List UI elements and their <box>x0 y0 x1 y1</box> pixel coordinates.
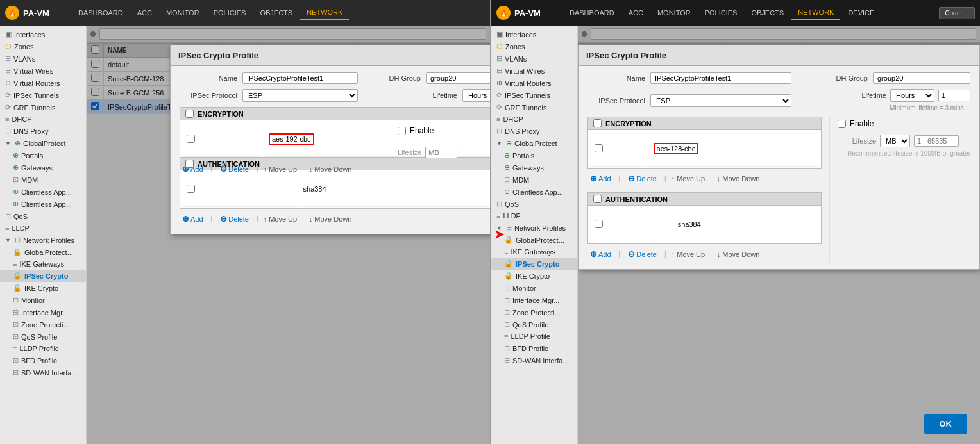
sidebar-gretunnels-right[interactable]: ⟳ GRE Tunnels <box>491 101 577 113</box>
sidebar-ikecrypto-right[interactable]: 🔒 IKE Crypto <box>491 270 577 282</box>
sidebar-ipseccrypto-left[interactable]: 🔒 IPSec Crypto <box>0 270 86 282</box>
sidebar-ikegateways-left[interactable]: ≡ IKE Gateways <box>0 258 86 270</box>
protocol-select-left[interactable]: ESP AH <box>242 89 358 102</box>
nav-dashboard-right[interactable]: DASHBOARD <box>563 6 621 19</box>
enc-movedown-left[interactable]: ↓ Move Down <box>309 165 352 173</box>
sidebar-portals-left[interactable]: ⊕ Portals <box>0 149 86 161</box>
sidebar-dnsproxy-left[interactable]: ⊡ DNS Proxy <box>0 125 86 137</box>
sidebar-dhcp-right[interactable]: ≡ DHCP <box>491 113 577 125</box>
sidebar-virtualwires-right[interactable]: ⊟ Virtual Wires <box>491 65 577 77</box>
sidebar-gateways-right[interactable]: ⊕ Gateways <box>491 161 577 174</box>
sidebar-bfdprofile-right[interactable]: ⊡ BFD Profile <box>491 342 577 354</box>
nav-objects-right[interactable]: OBJECTS <box>745 6 790 19</box>
nav-network-right[interactable]: NETWORK <box>791 6 840 20</box>
nav-objects-left[interactable]: OBJECTS <box>253 6 299 19</box>
sidebar-gretunnels-left[interactable]: ⟳ GRE Tunnels <box>0 101 86 113</box>
enc-row-right[interactable]: aes-128-cbc <box>589 131 820 167</box>
enc-add-right[interactable]: ⊕ Add <box>587 172 614 185</box>
sidebar-netprofiles-right[interactable]: ▼ ⊟ Network Profiles <box>491 222 577 234</box>
sidebar-clientless1-left[interactable]: ⊕ Clientless App... <box>0 186 86 198</box>
auth-checkbox-right[interactable] <box>593 195 602 203</box>
auth-moveup-right[interactable]: ↑ Move Up <box>672 251 705 258</box>
nav-acc-left[interactable]: ACC <box>131 6 158 19</box>
protocol-select-right[interactable]: ESP AH <box>650 94 791 107</box>
sidebar-lldp-left[interactable]: ≡ LLDP <box>0 222 86 234</box>
enc-moveup-left[interactable]: ↑ Move Up <box>264 165 298 173</box>
sidebar-vlans-right[interactable]: ⊟ VLANs <box>491 53 577 65</box>
sidebar-interfaces-right[interactable]: ▣ Interfaces <box>491 28 577 40</box>
sidebar-qos-left[interactable]: ⊡ QoS <box>0 210 86 222</box>
sidebar-qosprofile-left[interactable]: ⊡ QoS Profile <box>0 331 86 343</box>
lifesize-input-right[interactable] <box>914 135 959 147</box>
sidebar-dhcp-left[interactable]: ≡ DHCP <box>0 113 86 125</box>
sidebar-monitor-left[interactable]: ⊡ Monitor <box>0 294 86 306</box>
nav-policies-right[interactable]: POLICIES <box>698 6 744 19</box>
auth-row-left[interactable]: sha384 <box>182 172 490 207</box>
sidebar-vlans-left[interactable]: ⊟ VLANs <box>0 53 86 65</box>
sidebar-gateways-left[interactable]: ⊕ Gateways <box>0 161 86 174</box>
lifesize-unit-right[interactable]: MB GB <box>880 135 910 147</box>
sidebar-ipsectunnels-right[interactable]: ⟳ IPSec Tunnels <box>491 89 577 101</box>
sidebar-mdm-left[interactable]: ⊡ MDM <box>0 174 86 186</box>
name-input-right[interactable] <box>650 72 791 84</box>
dh-input-right[interactable] <box>873 72 970 84</box>
auth-add-left[interactable]: ⊕ Add <box>180 213 206 225</box>
sidebar-clientless2-left[interactable]: ⊕ Clientless App... <box>0 198 86 210</box>
auth-item-check-left[interactable] <box>187 185 195 193</box>
sidebar-dnsproxy-right[interactable]: ⊡ DNS Proxy <box>491 125 577 137</box>
enc-item-check-right[interactable] <box>595 144 603 152</box>
sidebar-zoneprotect-right[interactable]: ⊡ Zone Protecti... <box>491 306 577 318</box>
sidebar-bfdprofile-left[interactable]: ⊡ BFD Profile <box>0 354 86 366</box>
lifetime-select-right[interactable]: Hours Minutes Days <box>890 89 934 102</box>
auth-movedown-left[interactable]: ↓ Move Down <box>309 215 352 223</box>
enc-checkbox-left[interactable] <box>185 110 194 118</box>
sidebar-zoneprotect-left[interactable]: ⊡ Zone Protecti... <box>0 318 86 331</box>
sidebar-virtualwires-left[interactable]: ⊟ Virtual Wires <box>0 65 86 77</box>
nav-network-left[interactable]: NETWORK <box>300 6 349 20</box>
dh-input-left[interactable] <box>426 72 490 84</box>
auth-add-right[interactable]: ⊕ Add <box>587 248 614 260</box>
sidebar-zones-left[interactable]: ⬡ Zones <box>0 40 86 53</box>
sidebar-zones-right[interactable]: ⬡ Zones <box>491 40 577 53</box>
lifetime-select-left[interactable]: Hours Minutes Days <box>462 89 490 102</box>
sidebar-interfacemgr-right[interactable]: ⊟ Interface Mgr... <box>491 294 577 306</box>
sidebar-ikecrypto-left[interactable]: 🔒 IKE Crypto <box>0 282 86 294</box>
sidebar-monitor-right[interactable]: ⊡ Monitor <box>491 282 577 294</box>
enc-moveup-right[interactable]: ↑ Move Up <box>672 175 705 183</box>
auth-checkbox-left[interactable] <box>185 160 194 168</box>
sidebar-interfaces-left[interactable]: ▣ Interfaces <box>0 28 86 40</box>
nav-acc-right[interactable]: ACC <box>622 6 650 19</box>
lifesize-input-left[interactable] <box>425 147 457 158</box>
nav-dashboard-left[interactable]: DASHBOARD <box>72 6 130 19</box>
nav-policies-left[interactable]: POLICIES <box>207 6 253 19</box>
sidebar-lldpprofile-right[interactable]: ≡ LLDP Profile <box>491 331 577 342</box>
sidebar-netprofiles-left[interactable]: ▼ ⊟ Network Profiles <box>0 234 86 246</box>
sidebar-sdwan-right[interactable]: ⊟ SD-WAN Interfa... <box>491 354 577 366</box>
sidebar-ipseccrypto-right[interactable]: 🔒 IPSec Crypto <box>491 258 577 270</box>
auth-moveup-left[interactable]: ↑ Move Up <box>264 215 298 223</box>
auth-row-right[interactable]: sha384 <box>589 207 820 242</box>
auth-delete-left[interactable]: ⊖ Delete <box>217 213 251 225</box>
name-input-left[interactable] <box>242 72 358 84</box>
sidebar-qosprofile-right[interactable]: ⊡ QoS Profile <box>491 318 577 331</box>
lifetime-num-right[interactable] <box>938 90 970 101</box>
sidebar-gp2-left[interactable]: 🔒 GlobalProtect... <box>0 246 86 258</box>
sidebar-portals-right[interactable]: ⊕ Portals <box>491 149 577 161</box>
auth-movedown-right[interactable]: ↓ Move Down <box>717 251 760 258</box>
enc-delete-right[interactable]: ⊖ Delete <box>625 172 659 185</box>
sidebar-globalprotect-left[interactable]: ▼ ⊕ GlobalProtect <box>0 137 86 149</box>
auth-item-check-right[interactable] <box>595 220 603 228</box>
sidebar-clientless-right[interactable]: ⊕ Clientless App... <box>491 186 577 198</box>
nav-monitor-left[interactable]: MONITOR <box>160 6 206 19</box>
auth-delete-right[interactable]: ⊖ Delete <box>625 248 659 260</box>
enable-check-left[interactable] <box>398 127 406 135</box>
sidebar-globalprotect-right[interactable]: ▼ ⊕ GlobalProtect <box>491 137 577 149</box>
enc-item-check-left[interactable] <box>187 135 195 143</box>
ok-button[interactable]: OK <box>924 414 968 434</box>
sidebar-lldp-right[interactable]: ≡ LLDP <box>491 210 577 222</box>
sidebar-lldpprofile-left[interactable]: ≡ LLDP Profile <box>0 343 86 354</box>
sidebar-sdwan-left[interactable]: ⊟ SD-WAN Interfa... <box>0 366 86 379</box>
nav-device-right[interactable]: DEVICE <box>841 6 881 19</box>
sidebar-gp2-right[interactable]: 🔒 GlobalProtect... <box>491 234 577 246</box>
sidebar-virtualrouters-right[interactable]: ⊕ Virtual Routers <box>491 77 577 89</box>
